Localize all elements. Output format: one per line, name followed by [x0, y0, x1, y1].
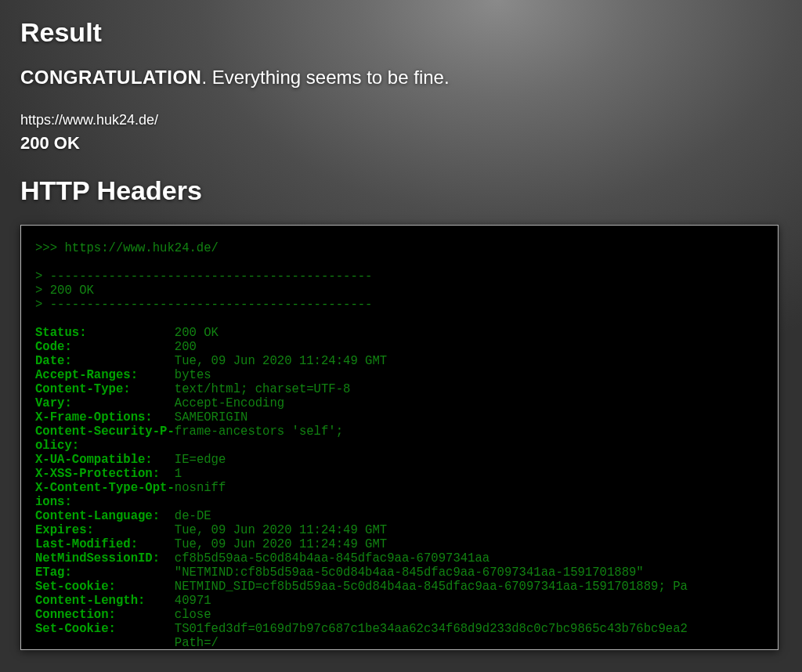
message-tail: . Everything seems to be fine.	[201, 67, 449, 88]
terminal-output[interactable]: >>> https://www.huk24.de/ > ------------…	[20, 225, 779, 650]
terminal-pre: >>> https://www.huk24.de/ > ------------…	[35, 241, 778, 650]
result-heading: Result	[20, 17, 782, 48]
page-container: Result CONGRATULATION. Everything seems …	[0, 0, 802, 670]
tested-url: https://www.huk24.de/	[20, 112, 782, 128]
congratulation-label: CONGRATULATION	[20, 67, 201, 88]
http-status: 200 OK	[20, 133, 782, 154]
http-headers-heading: HTTP Headers	[20, 175, 782, 206]
result-message: CONGRATULATION. Everything seems to be f…	[20, 67, 782, 89]
